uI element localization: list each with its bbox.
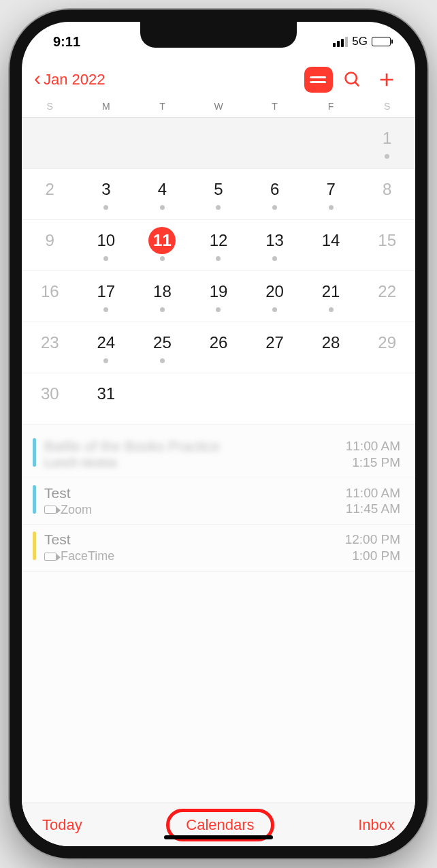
dow-label: W bbox=[191, 101, 247, 112]
event-dot-icon bbox=[160, 307, 165, 312]
event-subtitle: Lunch recess bbox=[44, 456, 346, 470]
event-dot-icon bbox=[385, 154, 389, 159]
day-number bbox=[205, 380, 232, 407]
calendar-day bbox=[246, 373, 303, 424]
calendar-day[interactable]: 23 bbox=[22, 322, 78, 373]
day-number: 14 bbox=[317, 227, 344, 254]
calendar-day[interactable]: 11 bbox=[134, 220, 191, 270]
day-number: 24 bbox=[93, 329, 120, 356]
calendar-day[interactable]: 6 bbox=[246, 169, 303, 219]
event-title: Test bbox=[44, 531, 345, 548]
calendar-day[interactable]: 19 bbox=[191, 271, 247, 322]
event-dot-icon bbox=[216, 256, 221, 261]
day-number: 11 bbox=[148, 227, 176, 254]
day-number: 16 bbox=[36, 278, 63, 305]
screen: 9:11 5G ‹ Jan 2022 SMTWTFS 1 bbox=[22, 22, 415, 846]
list-view-toggle[interactable] bbox=[302, 65, 335, 95]
calendar-week: 2345678 bbox=[22, 169, 415, 220]
phone-frame: 9:11 5G ‹ Jan 2022 SMTWTFS 1 bbox=[10, 10, 427, 858]
status-time: 9:11 bbox=[53, 34, 80, 50]
calendar-day[interactable]: 9 bbox=[22, 220, 78, 270]
event-dot-icon bbox=[272, 256, 277, 261]
home-indicator[interactable] bbox=[164, 835, 273, 839]
back-label: Jan 2022 bbox=[44, 71, 106, 89]
calendar-day[interactable]: 3 bbox=[78, 169, 135, 219]
day-number bbox=[148, 125, 176, 152]
calendar-day[interactable]: 17 bbox=[78, 271, 135, 322]
day-number: 7 bbox=[317, 176, 344, 203]
calendar-day bbox=[359, 373, 415, 424]
event-row[interactable]: TestZoom11:00 AM11:45 AM bbox=[22, 478, 415, 525]
calendar-day[interactable]: 27 bbox=[246, 322, 303, 373]
calendar-day[interactable]: 16 bbox=[22, 271, 78, 322]
event-row[interactable]: Battle of the Books PracticeLunch recess… bbox=[22, 431, 415, 478]
day-number: 21 bbox=[317, 278, 344, 305]
calendar-week: 3031 bbox=[22, 373, 415, 424]
event-dot-icon bbox=[160, 358, 165, 363]
calendar-day[interactable]: 7 bbox=[303, 169, 359, 219]
today-button[interactable]: Today bbox=[42, 816, 82, 834]
event-dot-icon bbox=[160, 256, 165, 261]
dow-label: S bbox=[359, 101, 415, 112]
calendar-day[interactable]: 28 bbox=[303, 322, 359, 373]
calendar-day[interactable]: 14 bbox=[303, 220, 359, 270]
dow-label: T bbox=[246, 101, 303, 112]
calendar-day[interactable]: 8 bbox=[359, 169, 415, 219]
dow-label: S bbox=[22, 101, 78, 112]
day-number: 19 bbox=[205, 278, 232, 305]
event-list: Battle of the Books PracticeLunch recess… bbox=[22, 424, 415, 803]
calendar-week: 23242526272829 bbox=[22, 322, 415, 373]
event-dot-icon bbox=[329, 205, 334, 210]
calendar-day[interactable]: 4 bbox=[134, 169, 191, 219]
calendar-day[interactable]: 10 bbox=[78, 220, 135, 270]
calendar-day[interactable]: 15 bbox=[359, 220, 415, 270]
calendar-day[interactable]: 25 bbox=[134, 322, 191, 373]
calendar-day[interactable]: 12 bbox=[191, 220, 247, 270]
day-number: 8 bbox=[374, 176, 401, 203]
add-event-button[interactable] bbox=[370, 65, 403, 95]
calendar-day bbox=[78, 118, 135, 168]
search-button[interactable] bbox=[336, 65, 369, 95]
calendar-day[interactable]: 1 bbox=[359, 118, 415, 168]
event-row[interactable]: TestFaceTime12:00 PM1:00 PM bbox=[22, 525, 415, 572]
dow-label: F bbox=[303, 101, 359, 112]
inbox-button[interactable]: Inbox bbox=[358, 816, 395, 834]
calendar-day[interactable]: 2 bbox=[22, 169, 78, 219]
svg-line-1 bbox=[355, 82, 359, 87]
battery-icon bbox=[372, 37, 391, 46]
calendar-day bbox=[22, 118, 78, 168]
plus-icon bbox=[377, 70, 396, 89]
dow-label: M bbox=[78, 101, 135, 112]
day-number bbox=[36, 125, 63, 152]
day-number bbox=[205, 125, 232, 152]
calendar-day[interactable]: 26 bbox=[191, 322, 247, 373]
event-dot-icon bbox=[103, 358, 108, 363]
event-dot-icon bbox=[160, 205, 165, 210]
calendar-day bbox=[134, 373, 191, 424]
calendar-day[interactable]: 30 bbox=[22, 373, 78, 424]
chevron-left-icon: ‹ bbox=[34, 68, 41, 89]
event-subtitle: Zoom bbox=[44, 503, 346, 517]
calendar-day[interactable]: 5 bbox=[191, 169, 247, 219]
bottom-toolbar: Today Calendars Inbox bbox=[22, 803, 415, 846]
calendar-day[interactable]: 22 bbox=[359, 271, 415, 322]
calendar-day[interactable]: 18 bbox=[134, 271, 191, 322]
event-title: Battle of the Books Practice bbox=[44, 438, 346, 454]
day-number: 3 bbox=[93, 176, 120, 203]
event-dot-icon bbox=[216, 307, 221, 312]
event-subtitle: FaceTime bbox=[44, 549, 345, 563]
day-number bbox=[317, 380, 344, 407]
back-button[interactable]: ‹ Jan 2022 bbox=[34, 71, 106, 89]
network-label: 5G bbox=[352, 35, 368, 48]
calendar-day[interactable]: 29 bbox=[359, 322, 415, 373]
day-number: 2 bbox=[36, 176, 63, 203]
calendar-day[interactable]: 13 bbox=[246, 220, 303, 270]
calendar-day[interactable]: 24 bbox=[78, 322, 135, 373]
event-dot-icon bbox=[216, 205, 221, 210]
day-number: 13 bbox=[261, 227, 289, 254]
calendar-day[interactable]: 21 bbox=[303, 271, 359, 322]
calendar-day[interactable]: 31 bbox=[78, 373, 135, 424]
day-number: 10 bbox=[93, 227, 120, 254]
day-number: 28 bbox=[317, 329, 344, 356]
calendar-day[interactable]: 20 bbox=[246, 271, 303, 322]
